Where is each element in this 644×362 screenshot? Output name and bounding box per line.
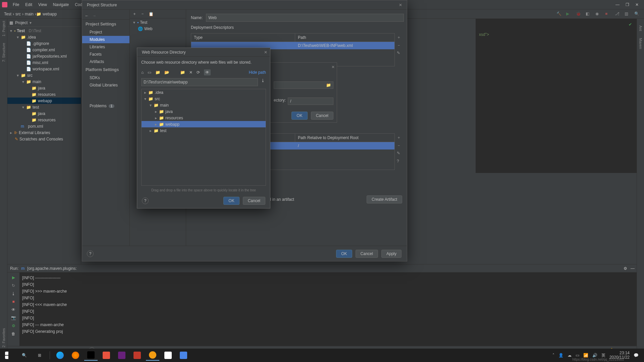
search-icon[interactable]: 🔍 — [634, 11, 639, 16]
name-input[interactable]: Web — [206, 14, 404, 22]
win-minimize-icon[interactable]: — — [615, 2, 620, 7]
tray-volume-icon[interactable]: 🔊 — [592, 353, 597, 358]
editor-area[interactable]: ✔ xsd"> — [476, 19, 637, 173]
win-maximize-icon[interactable]: ❐ — [626, 2, 629, 7]
tree-scratch[interactable]: Scratches and Consoles — [19, 137, 63, 141]
tray-battery-icon[interactable]: ▭ — [576, 353, 579, 358]
run-stop-small-icon[interactable]: ↻ — [12, 283, 15, 288]
run-show-icon[interactable]: 👁 — [11, 307, 15, 312]
tool-ant-tab[interactable]: Ant — [639, 25, 643, 31]
remove-module-icon[interactable]: － — [141, 11, 145, 17]
run-config-name[interactable]: [org.apache.maven.plugins: — [27, 266, 76, 271]
ch-resources[interactable]: resources — [165, 116, 183, 120]
ch-main[interactable]: main — [160, 103, 169, 108]
show-hidden-icon[interactable]: 👁 — [204, 69, 211, 75]
project-dir-icon[interactable]: 📁 — [155, 70, 160, 75]
cat-artifacts[interactable]: Artifacts — [82, 58, 129, 65]
git-icon[interactable]: ⎇ — [615, 11, 620, 16]
breadcrumb-src[interactable]: src — [14, 11, 22, 17]
run-icon[interactable]: ▶ — [566, 11, 571, 16]
app-white-icon[interactable] — [161, 350, 175, 361]
tree-test[interactable]: test — [33, 105, 39, 110]
breadcrumb-root[interactable]: Test — [3, 11, 13, 17]
breadcrumb-webapp[interactable]: webapp — [41, 11, 58, 17]
tree-root[interactable]: Test — [17, 28, 25, 33]
tray-people-icon[interactable]: 👤 — [558, 353, 564, 358]
edit-wr-icon[interactable]: ✎ — [397, 151, 402, 156]
remove-dd-icon[interactable]: － — [397, 43, 402, 48]
tray-wifi-icon[interactable]: 📶 — [583, 353, 588, 358]
tree-test-java[interactable]: java — [38, 111, 45, 116]
help-wr-icon[interactable]: ? — [397, 159, 402, 164]
tree-ext-libs[interactable]: External Libraries — [19, 130, 50, 135]
debug-icon[interactable]: 🐞 — [576, 11, 581, 16]
edge-icon[interactable] — [53, 350, 67, 361]
search-button[interactable]: 🔍 — [17, 350, 31, 361]
intellij-icon[interactable] — [84, 350, 98, 361]
ch-java[interactable]: java — [165, 109, 173, 114]
home-icon[interactable]: ⌂ — [141, 70, 144, 75]
chooser-ok-button[interactable]: OK — [223, 197, 239, 205]
run-gear-icon[interactable]: ⚙ — [12, 323, 15, 328]
menu-edit[interactable]: Edit — [22, 1, 35, 8]
run-cam-icon[interactable]: 📷 — [11, 315, 16, 320]
wrd2-close-icon[interactable]: ✕ — [331, 65, 335, 69]
app-h-icon[interactable] — [100, 350, 113, 361]
remove-wr-icon[interactable]: － — [397, 143, 402, 148]
stop2-icon[interactable]: ■ — [12, 299, 14, 304]
ps-cancel-button[interactable]: Cancel — [356, 250, 378, 258]
run-hide-icon[interactable]: — — [631, 266, 635, 271]
edit-dd-icon[interactable]: ✎ — [397, 51, 402, 56]
fwd-icon[interactable]: → — [92, 13, 96, 18]
tool-favorites-tab[interactable]: 2: Favorites — [2, 328, 6, 347]
back-icon[interactable]: ← — [85, 13, 89, 18]
profiler-icon[interactable]: ◉ — [595, 11, 600, 16]
tree-compiler[interactable]: compiler.xml — [33, 48, 55, 52]
path-dropdown-icon[interactable]: ⭳ — [260, 78, 266, 86]
tree-workspace[interactable]: workspace.xml — [33, 67, 59, 71]
col-path[interactable]: Path — [295, 34, 394, 42]
run-down-icon[interactable]: ⭳ — [11, 291, 15, 296]
firefox-icon[interactable] — [69, 350, 82, 361]
menu-file[interactable]: File — [10, 1, 22, 8]
tree-resources[interactable]: resources — [38, 92, 56, 97]
chooser-titlebar[interactable]: Web Resource Directory ✕ — [137, 48, 270, 57]
hide-path-link[interactable]: Hide path — [249, 70, 266, 75]
browse-icon[interactable]: 📁 — [326, 83, 331, 87]
task-view-button[interactable]: ⊞ — [33, 350, 46, 361]
breadcrumb-main[interactable]: main — [23, 11, 35, 17]
tree-main[interactable]: main — [33, 79, 41, 84]
desktop-icon[interactable]: ▭ — [148, 70, 151, 75]
delete-icon[interactable]: ✕ — [189, 70, 193, 75]
add-dd-icon[interactable]: ＋ — [397, 35, 402, 40]
cat-facets[interactable]: Facets — [82, 51, 129, 58]
copy-module-icon[interactable]: 📋 — [149, 12, 154, 16]
wrd2-browse-input[interactable]: 📁 — [274, 81, 333, 89]
module-dir-icon[interactable]: 📂 — [164, 70, 169, 75]
add-wr-icon[interactable]: ＋ — [397, 135, 402, 140]
app-flag-icon[interactable] — [130, 350, 144, 361]
add-module-icon[interactable]: ＋ — [132, 11, 137, 17]
tray-onedrive-icon[interactable]: ☁ — [568, 353, 572, 358]
wrd2-cancel-button[interactable]: Cancel — [311, 112, 333, 120]
cat-glib[interactable]: Global Libraries — [82, 81, 129, 89]
ch-webapp[interactable]: webapp — [165, 122, 179, 127]
cat-libraries[interactable]: Libraries — [82, 43, 129, 51]
ps-titlebar[interactable]: Project Structure ✕ — [82, 0, 407, 10]
chooser-cancel-button[interactable]: Cancel — [243, 197, 265, 205]
ps-close-icon[interactable]: ✕ — [397, 2, 404, 8]
run-console[interactable]: [INFO] ------------------- [INFO] [INFO]… — [19, 273, 637, 346]
start-button[interactable] — [2, 350, 15, 361]
wrd2-ok-button[interactable]: OK — [291, 112, 307, 120]
chooser-close-icon[interactable]: ✕ — [264, 50, 267, 55]
ch-idea[interactable]: .idea — [155, 90, 163, 95]
vs-icon[interactable] — [115, 350, 128, 361]
ps-apply-button[interactable]: Apply — [381, 250, 401, 258]
rerun-icon[interactable]: ▶ — [12, 275, 15, 280]
create-artifact-button[interactable]: Create Artifact — [367, 195, 402, 203]
ps-ok-button[interactable]: OK — [336, 250, 352, 258]
menu-view[interactable]: View — [36, 1, 50, 8]
tree-gitignore[interactable]: .gitignore — [33, 41, 49, 46]
coverage-icon[interactable]: ◧ — [586, 11, 591, 16]
tool-project-tab[interactable]: 1: Project — [2, 21, 6, 36]
